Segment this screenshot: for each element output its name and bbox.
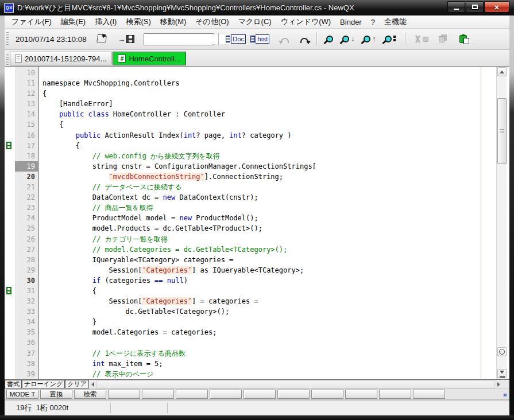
tab-1[interactable]: #HomeControll...: [113, 52, 185, 65]
menu-item-10[interactable]: 全機能: [380, 15, 411, 28]
menu-item-3[interactable]: 検索(S): [121, 15, 155, 28]
code-area[interactable]: namespace MvcShopping.Controllers{ [Hand…: [39, 67, 496, 379]
line-number: 15: [15, 119, 38, 130]
code-line[interactable]: [HandleError]: [42, 99, 496, 109]
code-line[interactable]: Session[″Categories″] as IQueryable<TCat…: [42, 265, 496, 275]
code-line[interactable]: {: [42, 286, 496, 296]
code-line[interactable]: {: [42, 88, 496, 99]
code-line[interactable]: [42, 337, 496, 348]
code-line[interactable]: // データベースに接続する: [42, 182, 496, 192]
menu-item-5[interactable]: その他(O): [191, 15, 233, 28]
code-line[interactable]: Session[″Categories″] = categories =: [42, 296, 496, 306]
menu-item-2[interactable]: 挿入(I): [90, 15, 121, 28]
vertical-scrollbar[interactable]: [496, 67, 507, 379]
code-line[interactable]: if (categories == null): [42, 275, 496, 286]
fn-button-0[interactable]: MODE T: [6, 390, 38, 399]
code-text: [42, 277, 92, 285]
quick-search-combo[interactable]: [144, 33, 214, 45]
scroll-to-end-button[interactable]: [497, 369, 507, 378]
code-line[interactable]: ProductModel model = new ProductModel();: [42, 213, 496, 223]
save-file-button[interactable]: [114, 31, 138, 47]
redo-button[interactable]: [297, 31, 312, 47]
scrollbar-thumb[interactable]: [497, 98, 507, 164]
tab-0[interactable]: 20100714-151209-794...: [10, 52, 111, 65]
search-down-button[interactable]: ↓: [342, 36, 354, 42]
horizontal-scrollbar[interactable]: [96, 380, 495, 388]
code-line[interactable]: // 1ページに表示する商品数: [42, 348, 496, 359]
scroll-mark-button[interactable]: [497, 347, 507, 356]
fn-button-6[interactable]: [210, 390, 242, 399]
search-button[interactable]: [326, 36, 333, 42]
editor[interactable]: 1011121314151617181920212223242526272829…: [5, 66, 509, 380]
menu-item-0[interactable]: ファイル(F): [7, 15, 56, 28]
code-text: HomeController : Controller: [109, 110, 225, 118]
doc-list-button[interactable]: Doc: [226, 34, 246, 44]
fn-button-9[interactable]: [311, 390, 343, 399]
copy-button[interactable]: [432, 31, 451, 47]
code-line[interactable]: // カテゴリ一覧を取得: [42, 234, 496, 244]
narrowbar-button-2[interactable]: クリア: [65, 380, 89, 388]
maximize-button[interactable]: [466, 1, 484, 13]
code-line[interactable]: }: [42, 317, 496, 327]
fn-button-11[interactable]: [379, 390, 411, 399]
menu-item-9[interactable]: ?: [366, 17, 380, 28]
code-line[interactable]: model.Products = dc.GetTable<TProduct>()…: [42, 223, 496, 234]
scroll-up-button[interactable]: [497, 67, 507, 76]
code-line[interactable]: {: [42, 119, 496, 130]
toolbar-gripper[interactable]: [6, 32, 9, 46]
code-line[interactable]: DataContext dc = new DataContext(cnstr);: [42, 192, 496, 203]
menu-item-6[interactable]: マクロ(C): [234, 15, 276, 28]
code-line[interactable]: public class HomeController : Controller: [42, 109, 496, 119]
code-line[interactable]: // web.config から接続文字列を取得: [42, 151, 496, 161]
search-up-button[interactable]: ↑: [364, 36, 376, 42]
close-button[interactable]: ×: [484, 1, 509, 13]
code-line[interactable]: int max_item = 5;: [42, 359, 496, 369]
code-line[interactable]: public ActionResult Index(int? page, int…: [42, 130, 496, 141]
code-line[interactable]: // 表示中のページ: [42, 369, 496, 379]
search-word-button[interactable]: [385, 36, 396, 42]
narrowbar-button-1[interactable]: ナローイング: [22, 380, 65, 388]
fn-button-4[interactable]: [142, 390, 174, 399]
fn-button-2[interactable]: 検索: [74, 390, 106, 399]
fn-button-5[interactable]: [176, 390, 208, 399]
code-text: ProductModel model =: [42, 214, 179, 222]
code-line[interactable]: namespace MvcShopping.Controllers: [42, 78, 496, 88]
overflow-chevron[interactable]: »: [503, 390, 507, 399]
word-marks-icon: [393, 36, 396, 42]
fn-button-12[interactable]: [413, 390, 445, 399]
history-list-button[interactable]: hist: [250, 34, 269, 44]
code-line[interactable]: // 商品一覧を取得: [42, 203, 496, 213]
code-line[interactable]: IQueryable<TCategory> categories =: [42, 255, 496, 265]
fn-button-3[interactable]: [108, 390, 140, 399]
menu-item-1[interactable]: 編集(E): [56, 15, 90, 28]
code-text: [42, 360, 92, 368]
open-file-button[interactable]: [94, 31, 110, 47]
code-text: {: [42, 142, 80, 150]
code-text: ? page,: [196, 131, 229, 139]
fn-button-7[interactable]: [244, 390, 276, 399]
fn-button-1[interactable]: 置換: [40, 390, 72, 399]
menu-item-7[interactable]: ウィンドウ(W): [276, 15, 335, 28]
undo-button[interactable]: [277, 31, 292, 47]
code-line[interactable]: ″mvcdbConnectionString″].ConnectionStrin…: [42, 172, 496, 182]
fn-button-8[interactable]: [277, 390, 310, 399]
fn-button-10[interactable]: [345, 390, 377, 399]
quick-search-input[interactable]: [144, 34, 237, 44]
minimize-button[interactable]: [447, 1, 465, 13]
code-line[interactable]: [42, 68, 496, 78]
menu-item-8[interactable]: Binder: [335, 17, 366, 28]
code-line[interactable]: model.Categories = categories;: [42, 327, 496, 337]
tabbar-gripper[interactable]: [6, 54, 9, 65]
menu-item-4[interactable]: 移動(M): [156, 15, 191, 28]
scroll-left-button[interactable]: [89, 380, 96, 388]
paste-button[interactable]: [451, 31, 470, 47]
code-line[interactable]: // model.Categories = dc.GetTable<TCateg…: [42, 244, 496, 255]
cut-button[interactable]: [410, 31, 432, 47]
code-line[interactable]: string cnstr = ConfigurationManager.Conn…: [42, 161, 496, 172]
code-line[interactable]: dc.GetTable<TCategory>();: [42, 306, 496, 317]
code-line[interactable]: {: [42, 141, 496, 151]
scroll-right-button[interactable]: [496, 380, 503, 388]
code-text: (categories: [101, 277, 154, 285]
narrowbar-button-0[interactable]: 書式: [5, 380, 22, 388]
comment-text: // 表示中のページ: [92, 370, 154, 378]
